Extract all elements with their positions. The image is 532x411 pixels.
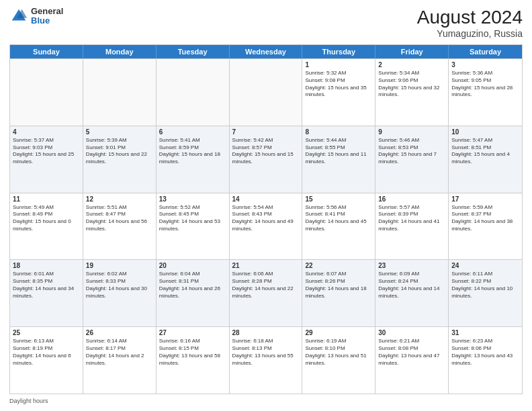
cell-info: Sunrise: 5:56 AM Sunset: 8:41 PM Dayligh… bbox=[305, 204, 372, 233]
cell-info: Sunrise: 6:13 AM Sunset: 8:19 PM Dayligh… bbox=[13, 338, 80, 367]
calendar-cell: 1Sunrise: 5:32 AM Sunset: 9:08 PM Daylig… bbox=[302, 59, 375, 126]
calendar-cell: 10Sunrise: 5:47 AM Sunset: 8:51 PM Dayli… bbox=[449, 126, 522, 193]
day-number: 21 bbox=[232, 262, 300, 269]
day-number: 11 bbox=[13, 195, 80, 203]
footer-label: Daylight hours bbox=[9, 398, 48, 404]
cell-info: Sunrise: 5:34 AM Sunset: 9:06 PM Dayligh… bbox=[378, 70, 445, 99]
calendar-cell: 4Sunrise: 5:37 AM Sunset: 9:03 PM Daylig… bbox=[10, 126, 83, 193]
day-number: 10 bbox=[451, 128, 519, 136]
title-block: August 2024 Yumaguzino, Russia bbox=[417, 7, 523, 39]
calendar-cell: 11Sunrise: 5:49 AM Sunset: 8:49 PM Dayli… bbox=[10, 193, 83, 260]
calendar-cell: 23Sunrise: 6:09 AM Sunset: 8:24 PM Dayli… bbox=[375, 260, 449, 326]
day-number: 7 bbox=[232, 128, 300, 136]
calendar-row-1: 1Sunrise: 5:32 AM Sunset: 9:08 PM Daylig… bbox=[10, 58, 522, 126]
day-number: 25 bbox=[13, 329, 80, 336]
day-number: 2 bbox=[378, 61, 445, 68]
day-number: 22 bbox=[305, 262, 372, 269]
cell-info: Sunrise: 6:23 AM Sunset: 8:06 PM Dayligh… bbox=[451, 338, 519, 367]
cell-info: Sunrise: 6:01 AM Sunset: 8:35 PM Dayligh… bbox=[13, 271, 80, 300]
calendar-cell: 29Sunrise: 6:19 AM Sunset: 8:10 PM Dayli… bbox=[302, 327, 375, 394]
cell-info: Sunrise: 5:36 AM Sunset: 9:05 PM Dayligh… bbox=[451, 70, 519, 99]
calendar-row-5: 25Sunrise: 6:13 AM Sunset: 8:19 PM Dayli… bbox=[10, 326, 522, 394]
calendar-cell: 12Sunrise: 5:51 AM Sunset: 8:47 PM Dayli… bbox=[83, 193, 157, 260]
calendar-cell: 21Sunrise: 6:06 AM Sunset: 8:28 PM Dayli… bbox=[230, 260, 303, 326]
calendar-row-4: 18Sunrise: 6:01 AM Sunset: 8:35 PM Dayli… bbox=[10, 259, 522, 326]
cell-info: Sunrise: 6:06 AM Sunset: 8:28 PM Dayligh… bbox=[232, 271, 300, 300]
day-number: 26 bbox=[86, 329, 153, 336]
day-number: 24 bbox=[451, 262, 519, 269]
cell-info: Sunrise: 5:47 AM Sunset: 8:51 PM Dayligh… bbox=[451, 137, 519, 166]
logo-icon bbox=[9, 7, 28, 26]
calendar-cell: 26Sunrise: 6:14 AM Sunset: 8:17 PM Dayli… bbox=[83, 327, 157, 394]
calendar-cell: 6Sunrise: 5:41 AM Sunset: 8:59 PM Daylig… bbox=[157, 126, 230, 193]
day-number: 14 bbox=[232, 195, 300, 203]
header-day-friday: Friday bbox=[375, 45, 449, 58]
calendar-cell: 19Sunrise: 6:02 AM Sunset: 8:33 PM Dayli… bbox=[83, 260, 157, 326]
cell-info: Sunrise: 5:37 AM Sunset: 9:03 PM Dayligh… bbox=[13, 137, 80, 166]
cell-info: Sunrise: 6:19 AM Sunset: 8:10 PM Dayligh… bbox=[305, 338, 372, 367]
calendar-cell: 27Sunrise: 6:16 AM Sunset: 8:15 PM Dayli… bbox=[157, 327, 230, 394]
logo: General Blue bbox=[9, 7, 63, 26]
calendar-cell: 17Sunrise: 5:59 AM Sunset: 8:37 PM Dayli… bbox=[449, 193, 522, 260]
calendar-cell: 7Sunrise: 5:42 AM Sunset: 8:57 PM Daylig… bbox=[230, 126, 303, 193]
calendar-cell: 28Sunrise: 6:18 AM Sunset: 8:13 PM Dayli… bbox=[230, 327, 303, 394]
cell-info: Sunrise: 5:52 AM Sunset: 8:45 PM Dayligh… bbox=[159, 204, 226, 233]
header: General Blue August 2024 Yumaguzino, Rus… bbox=[9, 7, 523, 39]
day-number: 1 bbox=[305, 61, 372, 68]
cell-info: Sunrise: 6:09 AM Sunset: 8:24 PM Dayligh… bbox=[378, 271, 445, 300]
location: Yumaguzino, Russia bbox=[417, 28, 523, 39]
logo-text: General Blue bbox=[31, 7, 63, 26]
day-number: 9 bbox=[378, 128, 445, 136]
cell-info: Sunrise: 6:14 AM Sunset: 8:17 PM Dayligh… bbox=[86, 338, 153, 367]
day-number: 27 bbox=[159, 329, 226, 336]
header-day-tuesday: Tuesday bbox=[157, 45, 230, 58]
cell-info: Sunrise: 5:44 AM Sunset: 8:55 PM Dayligh… bbox=[305, 137, 372, 166]
header-day-monday: Monday bbox=[83, 45, 157, 58]
cell-info: Sunrise: 5:59 AM Sunset: 8:37 PM Dayligh… bbox=[451, 204, 519, 233]
calendar-cell bbox=[83, 59, 157, 126]
calendar-cell: 8Sunrise: 5:44 AM Sunset: 8:55 PM Daylig… bbox=[302, 126, 375, 193]
day-number: 6 bbox=[159, 128, 226, 136]
header-day-thursday: Thursday bbox=[302, 45, 375, 58]
calendar-cell: 20Sunrise: 6:04 AM Sunset: 8:31 PM Dayli… bbox=[157, 260, 230, 326]
calendar: SundayMondayTuesdayWednesdayThursdayFrid… bbox=[9, 44, 523, 394]
cell-info: Sunrise: 5:32 AM Sunset: 9:08 PM Dayligh… bbox=[305, 70, 372, 99]
day-number: 3 bbox=[451, 61, 519, 68]
footer: Daylight hours bbox=[9, 398, 523, 404]
cell-info: Sunrise: 5:39 AM Sunset: 9:01 PM Dayligh… bbox=[86, 137, 153, 166]
logo-general: General bbox=[31, 7, 63, 16]
cell-info: Sunrise: 5:41 AM Sunset: 8:59 PM Dayligh… bbox=[159, 137, 226, 166]
calendar-cell: 16Sunrise: 5:57 AM Sunset: 8:39 PM Dayli… bbox=[375, 193, 449, 260]
calendar-cell: 13Sunrise: 5:52 AM Sunset: 8:45 PM Dayli… bbox=[157, 193, 230, 260]
day-number: 16 bbox=[378, 195, 445, 203]
day-number: 4 bbox=[13, 128, 80, 136]
cell-info: Sunrise: 6:04 AM Sunset: 8:31 PM Dayligh… bbox=[159, 271, 226, 300]
day-number: 23 bbox=[378, 262, 445, 269]
cell-info: Sunrise: 6:02 AM Sunset: 8:33 PM Dayligh… bbox=[86, 271, 153, 300]
calendar-cell: 31Sunrise: 6:23 AM Sunset: 8:06 PM Dayli… bbox=[449, 327, 522, 394]
day-number: 19 bbox=[86, 262, 153, 269]
calendar-cell: 22Sunrise: 6:07 AM Sunset: 8:26 PM Dayli… bbox=[302, 260, 375, 326]
cell-info: Sunrise: 6:18 AM Sunset: 8:13 PM Dayligh… bbox=[232, 338, 300, 367]
cell-info: Sunrise: 5:49 AM Sunset: 8:49 PM Dayligh… bbox=[13, 204, 80, 233]
cell-info: Sunrise: 6:16 AM Sunset: 8:15 PM Dayligh… bbox=[159, 338, 226, 367]
day-number: 28 bbox=[232, 329, 300, 336]
day-number: 18 bbox=[13, 262, 80, 269]
calendar-row-3: 11Sunrise: 5:49 AM Sunset: 8:49 PM Dayli… bbox=[10, 193, 522, 260]
calendar-cell bbox=[10, 59, 83, 126]
header-day-wednesday: Wednesday bbox=[230, 45, 303, 58]
day-number: 31 bbox=[451, 329, 519, 336]
cell-info: Sunrise: 6:21 AM Sunset: 8:08 PM Dayligh… bbox=[378, 338, 445, 367]
cell-info: Sunrise: 5:54 AM Sunset: 8:43 PM Dayligh… bbox=[232, 204, 300, 233]
day-number: 13 bbox=[159, 195, 226, 203]
calendar-header: SundayMondayTuesdayWednesdayThursdayFrid… bbox=[10, 45, 522, 58]
cell-info: Sunrise: 6:07 AM Sunset: 8:26 PM Dayligh… bbox=[305, 271, 372, 300]
day-number: 30 bbox=[378, 329, 445, 336]
cell-info: Sunrise: 5:46 AM Sunset: 8:53 PM Dayligh… bbox=[378, 137, 445, 166]
cell-info: Sunrise: 5:51 AM Sunset: 8:47 PM Dayligh… bbox=[86, 204, 153, 233]
calendar-cell: 30Sunrise: 6:21 AM Sunset: 8:08 PM Dayli… bbox=[375, 327, 449, 394]
calendar-cell: 3Sunrise: 5:36 AM Sunset: 9:05 PM Daylig… bbox=[449, 59, 522, 126]
header-day-saturday: Saturday bbox=[449, 45, 522, 58]
page: General Blue August 2024 Yumaguzino, Rus… bbox=[0, 0, 532, 411]
day-number: 5 bbox=[86, 128, 153, 136]
